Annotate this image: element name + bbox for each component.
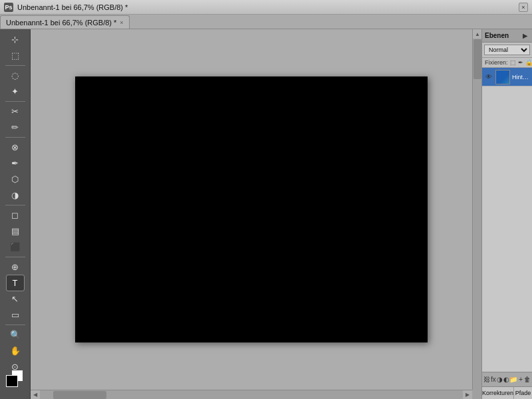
layers-mode-row: Normal [482,43,532,58]
delete-layer-button[interactable]: 🗑 [524,374,531,385]
color-swatches [6,375,25,396]
dodge-tool[interactable]: ⬛ [7,239,24,255]
eyedropper-tool[interactable]: ✏ [7,120,24,135]
history-brush-tool[interactable]: ◑ [7,188,24,203]
canvas-area: ▲ ▼ ◀ ▶ [31,29,481,399]
horizontal-scrollbar-thumb[interactable] [53,391,106,399]
title-bar-text: Unbenannt-1 bei 66,7% (RGB/8) * [17,3,519,11]
toolbar-separator [5,101,25,102]
toolbar-separator [5,325,25,325]
layers-panel-header: Ebenen ▶ [482,29,532,43]
type-tool[interactable]: T [7,275,24,291]
lasso-tool[interactable]: ◌ [7,68,24,83]
toolbar-separator [5,137,25,138]
document-tab-close[interactable]: × [120,19,123,26]
new-layer-button[interactable]: + [517,374,524,385]
korrekturen-tab-label: Korrekturen [482,390,513,396]
main-area: ⊹ ⬚ ◌ ✦ ✂ ✏ ⊗ ✒ ⬡ ◑ ◻ ▤ ⬛ ⊕ T ↖ ▭ 🔍 ✋ ⊙ [0,29,532,399]
hand-tool[interactable]: ✋ [7,343,24,358]
layer-thumbnail [495,70,510,84]
scroll-up-button[interactable]: ▲ [473,29,481,39]
bottom-tabs: Korrekturen Pfade [482,386,532,399]
pen-tool[interactable]: ⊕ [7,259,24,275]
move-tool[interactable]: ⊹ [7,32,24,47]
panel-bottom-icons: ⛓ fx ◑ ◐ 📁 + 🗑 [482,372,532,386]
link-layers-button[interactable]: ⛓ [483,374,490,385]
lock-row: Fixieren: ⬚ ✒ 🔒 [482,58,532,68]
toolbar-separator [5,257,25,257]
zoom-tool[interactable]: 🔍 [7,327,24,342]
left-toolbar: ⊹ ⬚ ◌ ✦ ✂ ✏ ⊗ ✒ ⬡ ◑ ◻ ▤ ⬛ ⊕ T ↖ ▭ 🔍 ✋ ⊙ [0,29,31,399]
lock-position-icon[interactable]: ⬚ [510,59,516,66]
document-canvas[interactable] [75,76,428,342]
spot-heal-tool[interactable]: ⊗ [7,140,24,155]
quick-select-tool[interactable]: ✦ [7,84,24,99]
scrollbar-corner [472,390,481,399]
canvas-wrapper [31,29,472,390]
brush-tool[interactable]: ✒ [7,156,24,171]
new-adjustment-button[interactable]: ◐ [503,374,510,385]
layer-name: Hintergrund [512,74,530,80]
new-group-button[interactable]: 📁 [509,374,517,385]
crop-tool[interactable]: ✂ [7,104,24,119]
horizontal-scrollbar[interactable]: ◀ ▶ [31,390,472,399]
scroll-left-button[interactable]: ◀ [31,390,40,400]
lock-all-icon[interactable]: 🔒 [525,59,532,66]
document-tab[interactable]: Unbenannt-1 bei 66,7% (RGB/8) * × [0,15,130,29]
layers-panel-menu[interactable]: ▶ [520,31,529,41]
shape-tool[interactable]: ▭ [7,307,24,323]
lock-label: Fixieren: [485,59,508,66]
gradient-tool[interactable]: ▤ [7,223,24,239]
title-bar: Ps Unbenannt-1 bei 66,7% (RGB/8) * × [0,0,532,15]
vertical-scrollbar[interactable]: ▲ ▼ [472,29,481,399]
layers-panel-icons: ▶ [520,31,529,41]
toolbar-separator [5,65,25,66]
toolbar-separator [5,205,25,205]
blend-mode-select[interactable]: Normal [484,45,530,55]
lock-paint-icon[interactable]: ✒ [518,59,523,66]
layer-list: 👁 Hintergrund [482,68,532,372]
foreground-color-swatch[interactable] [6,375,18,387]
layer-visibility-toggle[interactable]: 👁 [484,72,493,82]
add-style-button[interactable]: fx [490,374,497,385]
stamp-tool[interactable]: ⬡ [7,172,24,187]
eraser-tool[interactable]: ◻ [7,207,24,223]
vertical-scrollbar-thumb[interactable] [473,39,481,79]
layer-item[interactable]: 👁 Hintergrund [482,68,532,86]
document-tab-label: Unbenannt-1 bei 66,7% (RGB/8) * [6,19,116,27]
marquee-tool[interactable]: ⬚ [7,48,24,63]
window-close-button[interactable]: × [519,3,528,12]
scroll-right-button[interactable]: ▶ [463,390,472,400]
layers-panel-title: Ebenen [485,32,509,39]
tab-bar: Unbenannt-1 bei 66,7% (RGB/8) * × [0,15,532,29]
add-mask-button[interactable]: ◑ [497,374,503,385]
pfade-tab[interactable]: Pfade [514,387,532,399]
right-panel: Ebenen ▶ Normal Fixieren: ⬚ ✒ 🔒 👁 Hinter… [481,29,532,399]
korrekturen-tab[interactable]: Korrekturen [482,387,514,399]
path-select-tool[interactable]: ↖ [7,291,24,307]
app-icon: Ps [4,3,13,12]
pfade-tab-label: Pfade [515,390,531,396]
